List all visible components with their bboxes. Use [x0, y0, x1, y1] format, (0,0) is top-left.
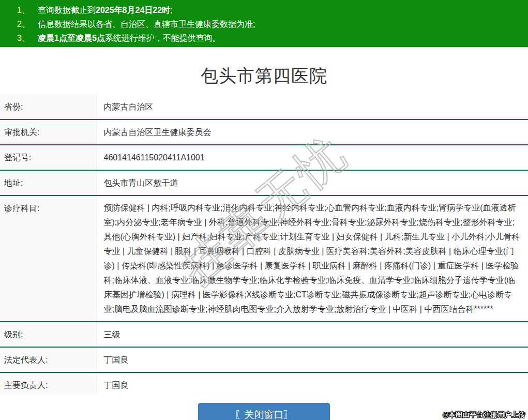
notice-text: ;: [170, 6, 172, 14]
field-value: 46014146115020411A1001: [96, 145, 528, 170]
notice-text: 查询数据截止到: [38, 6, 96, 14]
table-row-level: 级别: 三级: [0, 322, 528, 347]
notice-text-bold: 凌晨1点至凌晨5点: [38, 34, 105, 42]
field-label: 主要负责人:: [0, 372, 96, 395]
hospital-info-table-wrap: 省份: 内蒙古自治区 审批机关: 内蒙古自治区卫生健康委员会 登记号: 4601…: [0, 95, 528, 395]
page-title: 包头市第四医院: [0, 65, 528, 86]
table-row-principal: 主要负责人: 丁国良: [0, 372, 528, 395]
field-label: 级别:: [0, 322, 96, 347]
field-value: 内蒙古自治区卫生健康委员会: [96, 119, 528, 145]
field-label: 诊疗科目:: [0, 196, 96, 322]
field-value: 包头市青山区敖干道: [96, 170, 528, 196]
field-label: 省份:: [0, 95, 96, 119]
notice-text: 信息数据结果以各省、自治区、直辖市卫生健康委数据为准;: [38, 20, 255, 28]
table-row-departments: 诊疗科目: 预防保健科 | 内科;呼吸内科专业;消化内科专业;神经内科专业;心血…: [0, 196, 528, 322]
field-label: 法定代表人:: [0, 347, 96, 372]
table-row-approval-authority: 审批机关: 内蒙古自治区卫生健康委员会: [0, 119, 528, 145]
notice-text-bold: 2025年8月24日22时: [96, 6, 170, 14]
field-value: 丁国良: [96, 347, 528, 372]
close-window-button[interactable]: 〖关闭窗口〗: [198, 403, 330, 420]
table-row-legal-representative: 法定代表人: 丁国良: [0, 347, 528, 372]
notice-number: 3、: [17, 31, 34, 45]
notice-item-3: 3、凌晨1点至凌晨5点系统进行维护，不能提供查询。: [17, 31, 523, 45]
notice-banner: 1、查询数据截止到2025年8月24日22时; 2、信息数据结果以各省、自治区、…: [0, 0, 528, 47]
notice-number: 1、: [17, 3, 34, 17]
footer-button-area: 〖关闭窗口〗: [0, 403, 528, 420]
hospital-info-table: 省份: 内蒙古自治区 审批机关: 内蒙古自治区卫生健康委员会 登记号: 4601…: [0, 95, 528, 395]
notice-item-1: 1、查询数据截止到2025年8月24日22时;: [17, 3, 523, 17]
table-row-province: 省份: 内蒙古自治区: [0, 95, 528, 119]
field-value: 预防保健科 | 内科;呼吸内科专业;消化内科专业;神经内科专业;心血管内科专业;…: [96, 196, 528, 322]
field-label: 登记号:: [0, 145, 96, 170]
notice-number: 2、: [17, 17, 34, 31]
field-value: 内蒙古自治区: [96, 95, 528, 119]
table-row-address: 地址: 包头市青山区敖干道: [0, 170, 528, 196]
field-label: 审批机关:: [0, 119, 96, 145]
notice-text: 系统进行维护，不能提供查询。: [105, 34, 221, 42]
field-value: 三级: [96, 322, 528, 347]
table-row-registration-number: 登记号: 46014146115020411A1001: [0, 145, 528, 170]
field-label: 地址:: [0, 170, 96, 196]
notice-item-2: 2、信息数据结果以各省、自治区、直辖市卫生健康委数据为准;: [17, 17, 523, 31]
field-value: 丁国良: [96, 372, 528, 395]
